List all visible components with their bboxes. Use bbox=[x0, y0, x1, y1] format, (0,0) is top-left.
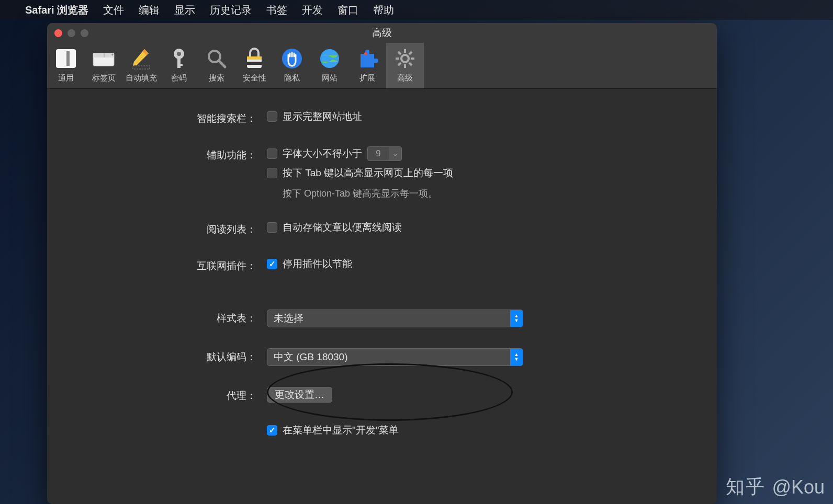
internet-plugins-label: 互联网插件： bbox=[78, 257, 267, 273]
svg-rect-11 bbox=[177, 58, 181, 68]
menu-app[interactable]: Safari 浏览器 bbox=[25, 3, 88, 17]
tab-autofill[interactable]: 自动填充 bbox=[122, 43, 160, 88]
switch-icon bbox=[54, 47, 77, 70]
menu-window[interactable]: 窗口 bbox=[337, 3, 358, 17]
tab-general[interactable]: 通用 bbox=[47, 43, 85, 88]
menu-history[interactable]: 历史记录 bbox=[210, 3, 252, 17]
tabs-icon: + bbox=[92, 47, 115, 70]
disable-plugins-label: 停用插件以节能 bbox=[283, 257, 352, 271]
tab-privacy[interactable]: 隐私 bbox=[273, 43, 311, 88]
menu-bookmarks[interactable]: 书签 bbox=[266, 3, 287, 17]
stylesheet-select[interactable]: 未选择 ▲▼ bbox=[267, 310, 523, 327]
tab-label: 高级 bbox=[397, 73, 413, 83]
preferences-toolbar: 通用 + 标签页 自动填充 密码 搜索 bbox=[47, 43, 717, 89]
svg-line-29 bbox=[398, 63, 401, 65]
globe-icon bbox=[318, 47, 341, 70]
svg-line-26 bbox=[398, 52, 401, 54]
tab-passwords[interactable]: 密码 bbox=[160, 43, 198, 88]
puzzle-icon bbox=[356, 47, 379, 70]
encoding-select[interactable]: 中文 (GB 18030) ▲▼ bbox=[267, 348, 523, 366]
hand-icon bbox=[280, 47, 303, 70]
preferences-window: 高级 通用 + 标签页 自动填充 密码 bbox=[47, 23, 717, 504]
tab-websites[interactable]: 网站 bbox=[311, 43, 348, 88]
svg-text:+: + bbox=[111, 52, 114, 58]
proxy-label: 代理： bbox=[78, 387, 267, 403]
menu-view[interactable]: 显示 bbox=[174, 3, 195, 17]
close-button[interactable] bbox=[54, 29, 62, 37]
svg-rect-1 bbox=[66, 51, 70, 66]
select-arrows-icon: ▲▼ bbox=[510, 349, 523, 365]
select-arrows-icon: ▲▼ bbox=[510, 310, 523, 327]
window-controls bbox=[54, 29, 88, 37]
tab-extensions[interactable]: 扩展 bbox=[348, 43, 386, 88]
save-offline-checkbox[interactable] bbox=[267, 222, 277, 233]
menu-develop[interactable]: 开发 bbox=[302, 3, 323, 17]
tab-label: 通用 bbox=[58, 73, 74, 83]
tab-search[interactable]: 搜索 bbox=[198, 43, 235, 88]
menu-edit[interactable]: 编辑 bbox=[139, 3, 160, 17]
tab-label: 网站 bbox=[322, 73, 337, 83]
window-titlebar: 高级 bbox=[47, 23, 717, 43]
tab-highlight-checkbox[interactable] bbox=[267, 168, 277, 178]
chevron-down-icon[interactable]: ⌵ bbox=[389, 146, 401, 161]
tab-highlight-label: 按下 Tab 键以高亮显示网页上的每一项 bbox=[283, 166, 453, 180]
menu-help[interactable]: 帮助 bbox=[373, 3, 394, 17]
svg-line-27 bbox=[409, 63, 412, 65]
minimize-button[interactable] bbox=[67, 29, 75, 37]
tab-label: 扩展 bbox=[359, 73, 375, 83]
stylesheet-value: 未选择 bbox=[274, 312, 303, 325]
menu-file[interactable]: 文件 bbox=[103, 3, 124, 17]
svg-point-10 bbox=[177, 52, 181, 56]
svg-rect-12 bbox=[177, 64, 183, 66]
stylesheet-label: 样式表： bbox=[78, 310, 267, 325]
save-offline-label: 自动存储文章以便离线阅读 bbox=[283, 221, 402, 234]
tab-label: 标签页 bbox=[92, 73, 116, 83]
show-full-url-checkbox[interactable] bbox=[267, 111, 277, 122]
svg-rect-0 bbox=[56, 49, 76, 68]
system-menubar: Safari 浏览器 文件 编辑 显示 历史记录 书签 开发 窗口 帮助 bbox=[0, 0, 833, 20]
accessibility-label: 辅助功能： bbox=[78, 146, 267, 162]
tab-label: 密码 bbox=[171, 73, 187, 83]
svg-rect-16 bbox=[247, 56, 262, 60]
reading-list-label: 阅读列表： bbox=[78, 221, 267, 236]
svg-rect-17 bbox=[247, 62, 262, 65]
watermark-author: @Kou bbox=[772, 476, 825, 498]
tab-security[interactable]: 安全性 bbox=[235, 43, 273, 88]
tab-tabs[interactable]: + 标签页 bbox=[85, 43, 122, 88]
disable-plugins-checkbox[interactable] bbox=[267, 259, 277, 269]
maximize-button[interactable] bbox=[81, 29, 88, 37]
tab-label: 安全性 bbox=[243, 73, 266, 83]
tab-label: 隐私 bbox=[284, 73, 300, 83]
key-icon bbox=[167, 47, 190, 70]
show-develop-menu-checkbox[interactable] bbox=[267, 425, 277, 436]
encoding-label: 默认编码： bbox=[78, 348, 267, 364]
smart-search-label: 智能搜索栏： bbox=[78, 110, 267, 125]
show-full-url-label: 显示完整网站地址 bbox=[283, 110, 362, 123]
svg-line-14 bbox=[219, 61, 225, 67]
window-title: 高级 bbox=[372, 26, 392, 40]
tab-label: 搜索 bbox=[209, 73, 224, 83]
encoding-value: 中文 (GB 18030) bbox=[274, 350, 348, 364]
svg-rect-8 bbox=[133, 66, 150, 69]
font-min-checkbox[interactable] bbox=[267, 148, 277, 159]
svg-line-28 bbox=[409, 52, 412, 54]
gear-icon bbox=[393, 47, 416, 70]
svg-point-19 bbox=[320, 49, 339, 68]
watermark: 知乎 @Kou bbox=[726, 474, 825, 500]
font-min-value: 9 bbox=[368, 148, 389, 159]
magnify-icon bbox=[205, 47, 228, 70]
option-tab-hint: 按下 Option-Tab 键高亮显示每一项。 bbox=[283, 187, 685, 200]
svg-point-21 bbox=[401, 55, 409, 62]
show-develop-menu-label: 在菜单栏中显示"开发"菜单 bbox=[283, 423, 399, 437]
tab-advanced[interactable]: 高级 bbox=[386, 43, 424, 88]
lock-icon bbox=[243, 47, 266, 70]
advanced-panel: 智能搜索栏： 显示完整网站地址 辅助功能： 字体大小不得小于 9 ⌵ bbox=[47, 89, 717, 504]
font-min-label: 字体大小不得小于 bbox=[283, 147, 362, 161]
svg-point-20 bbox=[364, 52, 367, 55]
change-proxy-button[interactable]: 更改设置… bbox=[267, 387, 332, 403]
font-min-stepper[interactable]: 9 ⌵ bbox=[367, 146, 402, 161]
zhihu-logo-text: 知乎 bbox=[726, 474, 766, 500]
pencil-icon bbox=[130, 47, 153, 70]
tab-label: 自动填充 bbox=[126, 73, 157, 83]
